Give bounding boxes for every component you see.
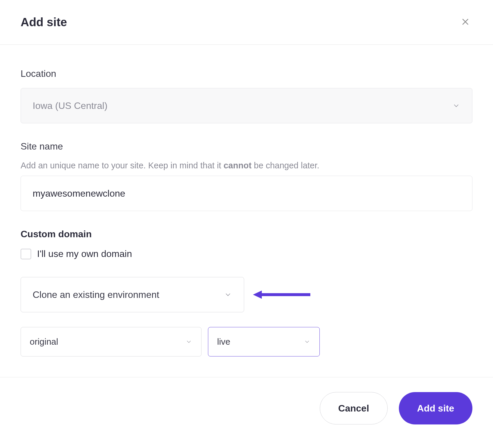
dialog-header: Add site bbox=[0, 0, 493, 45]
location-field-group: Location Iowa (US Central) bbox=[21, 68, 472, 123]
arrow-annotation bbox=[253, 289, 312, 301]
original-site-select[interactable]: original bbox=[21, 327, 201, 356]
close-button[interactable] bbox=[458, 15, 472, 30]
location-label: Location bbox=[21, 68, 472, 79]
clone-environment-value: Clone an existing environment bbox=[33, 289, 159, 300]
site-name-input[interactable] bbox=[21, 176, 472, 211]
custom-domain-label: Custom domain bbox=[21, 229, 472, 240]
own-domain-checkbox[interactable] bbox=[21, 249, 31, 259]
custom-domain-field-group: Custom domain I'll use my own domain bbox=[21, 229, 472, 259]
environment-select[interactable]: live bbox=[208, 327, 320, 356]
site-name-helper: Add an unique name to your site. Keep in… bbox=[21, 161, 472, 170]
add-site-dialog: Add site Location Iowa (US Central) Site… bbox=[0, 0, 493, 448]
dialog-title: Add site bbox=[21, 16, 67, 29]
environment-value: live bbox=[217, 337, 230, 347]
clone-source-selects: original live bbox=[21, 327, 472, 356]
location-value: Iowa (US Central) bbox=[33, 100, 107, 111]
clone-environment-row: Clone an existing environment bbox=[21, 277, 472, 312]
cancel-button[interactable]: Cancel bbox=[320, 392, 388, 424]
add-site-button[interactable]: Add site bbox=[399, 392, 472, 424]
chevron-down-icon bbox=[224, 291, 232, 299]
own-domain-checkbox-row[interactable]: I'll use my own domain bbox=[21, 248, 472, 259]
chevron-down-icon bbox=[185, 338, 192, 345]
chevron-down-icon bbox=[304, 338, 311, 345]
close-icon bbox=[461, 17, 470, 26]
original-site-value: original bbox=[30, 337, 58, 347]
dialog-content: Location Iowa (US Central) Site name Add… bbox=[0, 45, 493, 377]
arrow-left-icon bbox=[253, 289, 312, 301]
site-name-field-group: Site name Add an unique name to your sit… bbox=[21, 141, 472, 211]
svg-marker-3 bbox=[253, 291, 262, 299]
dialog-footer: Cancel Add site bbox=[0, 377, 493, 448]
chevron-down-icon bbox=[452, 102, 460, 110]
own-domain-checkbox-label: I'll use my own domain bbox=[37, 248, 132, 259]
location-select[interactable]: Iowa (US Central) bbox=[21, 88, 472, 123]
site-name-label: Site name bbox=[21, 141, 472, 152]
clone-environment-select[interactable]: Clone an existing environment bbox=[21, 277, 244, 312]
